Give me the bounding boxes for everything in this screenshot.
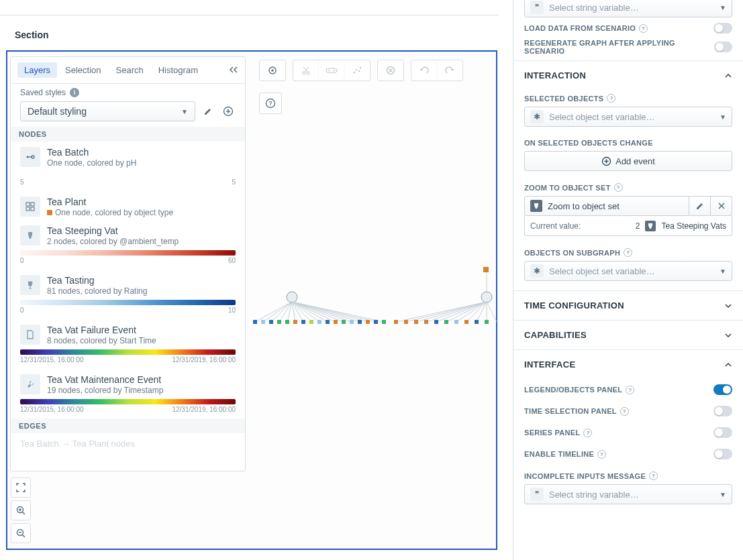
- glass-icon: [20, 275, 40, 295]
- svg-point-68: [303, 72, 305, 74]
- zoom-object-set-row: Zoom to object set: [524, 196, 732, 216]
- vat-icon: [20, 225, 40, 245]
- chevron-down-icon: ▼: [720, 268, 726, 275]
- main-area: Section: [0, 0, 499, 560]
- fit-screen-button[interactable]: [11, 478, 31, 498]
- grid-icon: [20, 197, 40, 217]
- interface-header[interactable]: INTERFACE: [513, 349, 743, 379]
- layers-panel: Layers Selection Search Histogram Saved …: [10, 56, 246, 471]
- interaction-header[interactable]: INTERACTION: [513, 60, 743, 90]
- info-icon: i: [70, 88, 79, 97]
- zoom-out-button[interactable]: [11, 523, 31, 543]
- undo-button[interactable]: [411, 60, 437, 80]
- nodes-list: Tea Batch One node, colored by pH 55 Tea…: [11, 142, 245, 471]
- quote-icon: ❞: [530, 1, 544, 14]
- svg-rect-64: [26, 207, 30, 211]
- svg-point-67: [271, 69, 274, 72]
- layer-title: Tea Tasting: [47, 275, 147, 286]
- chevron-down-icon: ▼: [720, 4, 726, 11]
- layer-title: Tea Plant: [47, 197, 173, 207]
- layer-tea-vat-maintenance[interactable]: Tea Vat Maintenance Event 19 nodes, colo…: [11, 369, 245, 418]
- help-icon: ?: [583, 429, 592, 437]
- capabilities-header[interactable]: CAPABILITIES: [513, 320, 743, 349]
- document-icon: [20, 325, 40, 345]
- svg-point-60: [27, 156, 29, 158]
- selected-objects-select[interactable]: ✱ Select object set variable… ▼: [524, 107, 732, 127]
- vat-icon: [530, 200, 542, 212]
- scatter-button[interactable]: [344, 60, 370, 80]
- zoom-in-button[interactable]: [11, 500, 31, 520]
- svg-point-75: [358, 70, 360, 72]
- cut-button[interactable]: [293, 60, 319, 80]
- quote-icon: ❞: [530, 488, 544, 501]
- string-variable-select-top[interactable]: ❞ Select string variable… ▼: [524, 0, 732, 17]
- tab-selection[interactable]: Selection: [58, 62, 107, 78]
- edit-style-button[interactable]: [201, 104, 215, 119]
- time-selection-toggle[interactable]: [713, 406, 732, 416]
- chevron-down-icon: ▼: [720, 491, 726, 498]
- redo-button[interactable]: [437, 60, 462, 80]
- series-panel-toggle[interactable]: [713, 427, 732, 438]
- layer-tea-plant[interactable]: Tea Plant One node, colored by object ty…: [11, 191, 245, 220]
- clear-zoom-button[interactable]: [711, 196, 732, 216]
- layer-title: Tea Vat Maintenance Event: [47, 374, 163, 385]
- remove-button[interactable]: [378, 60, 403, 80]
- help-button[interactable]: ?: [259, 93, 282, 114]
- layer-subtitle: 81 nodes, colored by Rating: [47, 286, 147, 296]
- zoom-object-set-value[interactable]: Zoom to object set: [524, 196, 689, 216]
- config-panel: ❞ Select string variable… ▼ LOAD DATA FR…: [513, 0, 743, 560]
- layer-subtitle: 2 nodes, colored by @ambient_temp: [47, 237, 179, 246]
- edit-zoom-button[interactable]: [689, 196, 711, 216]
- tab-histogram[interactable]: Histogram: [152, 62, 205, 78]
- svg-rect-65: [31, 207, 34, 211]
- colorbar: [20, 349, 236, 355]
- load-data-toggle[interactable]: [713, 23, 732, 34]
- layer-subtitle: 8 nodes, colored by Start Time: [47, 336, 156, 345]
- link-button[interactable]: [319, 60, 344, 80]
- help-icon: ?: [620, 407, 629, 416]
- current-value-row: Current value: 2 Tea Steeping Vats: [524, 216, 732, 236]
- help-icon: ?: [626, 386, 634, 394]
- gear-icon: ✱: [530, 110, 544, 123]
- layer-tea-steeping-vat[interactable]: Tea Steeping Vat 2 nodes, colored by @am…: [11, 220, 245, 270]
- label: LOAD DATA FROM SCENARIO: [524, 24, 636, 32]
- saved-styles-label: Saved styles: [20, 88, 66, 97]
- chevron-up-icon: [724, 72, 732, 80]
- tab-layers[interactable]: Layers: [17, 62, 57, 78]
- legend-panel-toggle[interactable]: [713, 384, 732, 395]
- style-select[interactable]: Default styling ▼: [20, 101, 195, 121]
- svg-point-73: [354, 72, 355, 73]
- layer-subtitle: 19 nodes, colored by Timestamp: [47, 386, 163, 395]
- section-label: Section: [15, 30, 49, 40]
- svg-point-72: [334, 70, 335, 71]
- svg-point-76: [360, 67, 361, 68]
- flow-icon: [20, 147, 40, 167]
- svg-rect-70: [326, 68, 337, 72]
- chevron-up-icon: [724, 361, 732, 369]
- colorbar: [20, 250, 236, 256]
- svg-rect-63: [31, 203, 34, 206]
- add-style-button[interactable]: [221, 104, 236, 119]
- svg-point-74: [356, 69, 357, 70]
- help-icon: ?: [624, 248, 632, 257]
- layer-tea-vat-failure[interactable]: Tea Vat Failure Event 8 nodes, colored b…: [11, 319, 245, 369]
- layer-tea-tasting[interactable]: Tea Tasting 81 nodes, colored by Rating …: [11, 270, 245, 319]
- svg-rect-62: [26, 203, 30, 206]
- locate-button[interactable]: [260, 60, 285, 80]
- incomplete-inputs-select[interactable]: ❞ Select string variable… ▼: [524, 484, 732, 504]
- tab-search[interactable]: Search: [109, 62, 150, 78]
- regenerate-toggle[interactable]: [714, 42, 732, 52]
- enable-timeline-toggle[interactable]: [713, 449, 732, 459]
- time-config-header[interactable]: TIME CONFIGURATION: [513, 290, 743, 320]
- objects-subgraph-select[interactable]: ✱ Select object set variable… ▼: [524, 261, 732, 281]
- svg-point-61: [32, 156, 34, 158]
- collapse-panel-icon[interactable]: [229, 65, 238, 74]
- layer-tea-batch[interactable]: Tea Batch One node, colored by pH 55: [11, 142, 245, 191]
- colorbar: [20, 172, 236, 177]
- edge-row[interactable]: Tea Batch → Tea Plant nodes: [11, 433, 245, 451]
- add-event-button[interactable]: Add event: [524, 151, 732, 171]
- zoom-controls: [11, 478, 31, 543]
- svg-text:?: ?: [268, 100, 273, 107]
- gear-icon: ✱: [530, 264, 544, 278]
- help-icon: ?: [597, 450, 606, 459]
